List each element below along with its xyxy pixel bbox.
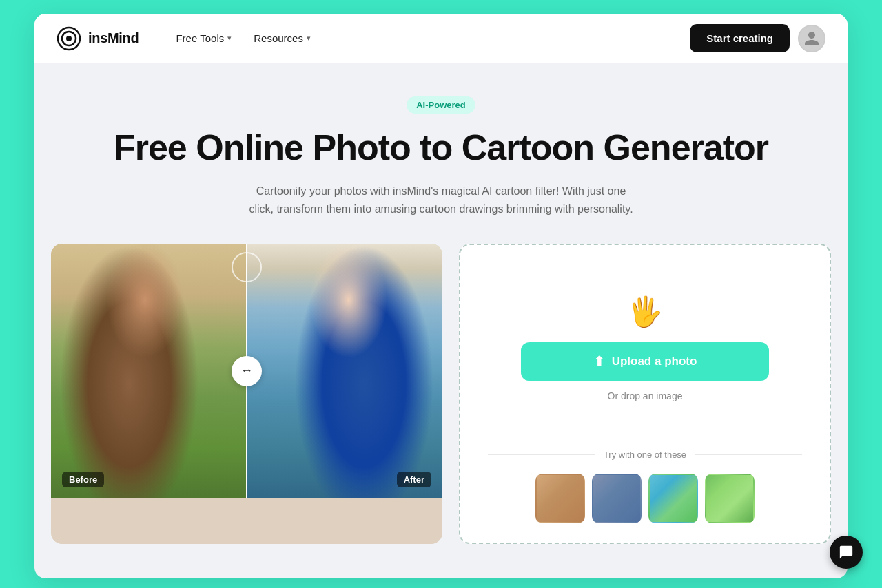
logo-icon xyxy=(57,26,81,51)
svg-point-2 xyxy=(66,36,72,41)
start-creating-button[interactable]: Start creating xyxy=(690,24,790,52)
ai-badge: AI-Powered xyxy=(407,96,475,114)
chat-icon xyxy=(839,545,854,560)
nav-free-tools[interactable]: Free Tools ▾ xyxy=(166,27,241,50)
sample-thumb-3[interactable] xyxy=(648,474,698,523)
sample-thumb-2[interactable] xyxy=(592,474,642,523)
comparison-card: ↔ Before After xyxy=(51,244,442,544)
upload-area[interactable]: 🖐 ⬆ Upload a photo Or drop an image xyxy=(477,267,813,450)
nav-right: Start creating xyxy=(690,24,825,52)
user-icon xyxy=(803,30,820,47)
chat-bubble-button[interactable] xyxy=(830,536,863,569)
chevron-down-icon: ▾ xyxy=(227,34,232,43)
divider-line-left xyxy=(488,454,595,455)
divider-line-right xyxy=(695,454,802,455)
nav-links: Free Tools ▾ Resources ▾ xyxy=(166,27,690,50)
hero-title: Free Online Photo to Cartoon Generator xyxy=(48,127,834,169)
upload-icon: ⬆ xyxy=(593,353,605,370)
label-before: Before xyxy=(62,472,104,487)
user-avatar-button[interactable] xyxy=(798,25,825,52)
comparison-handle[interactable]: ↔ xyxy=(232,356,262,386)
logo[interactable]: insMind xyxy=(57,26,139,51)
navbar: insMind Free Tools ▾ Resources ▾ Start c… xyxy=(34,14,848,63)
upload-button-label: Upload a photo xyxy=(612,355,697,368)
hero-description: Cartoonify your photos with insMind's ma… xyxy=(248,182,634,219)
main-content: ↔ Before After 🖐 ⬆ Upload a photo Or dro… xyxy=(34,244,848,566)
before-image xyxy=(51,244,247,498)
cursor-icon: 🖐 xyxy=(627,295,663,328)
nav-resources[interactable]: Resources ▾ xyxy=(244,27,320,50)
sample-thumb-1[interactable] xyxy=(535,474,585,523)
sample-thumb-4[interactable] xyxy=(705,474,755,523)
sample-images xyxy=(535,474,755,523)
try-text: Try with one of these xyxy=(604,450,686,460)
hero-section: AI-Powered Free Online Photo to Cartoon … xyxy=(34,63,848,244)
label-after: After xyxy=(397,472,431,487)
upload-card: 🖐 ⬆ Upload a photo Or drop an image Try … xyxy=(459,244,831,544)
chevron-down-icon: ▾ xyxy=(307,34,311,43)
upload-photo-button[interactable]: ⬆ Upload a photo xyxy=(521,342,769,381)
after-image xyxy=(247,244,442,498)
drop-text: Or drop an image xyxy=(608,390,683,401)
divider-row: Try with one of these xyxy=(477,450,813,460)
brand-name: insMind xyxy=(88,30,139,46)
comparison-inner: ↔ Before After xyxy=(51,244,442,498)
